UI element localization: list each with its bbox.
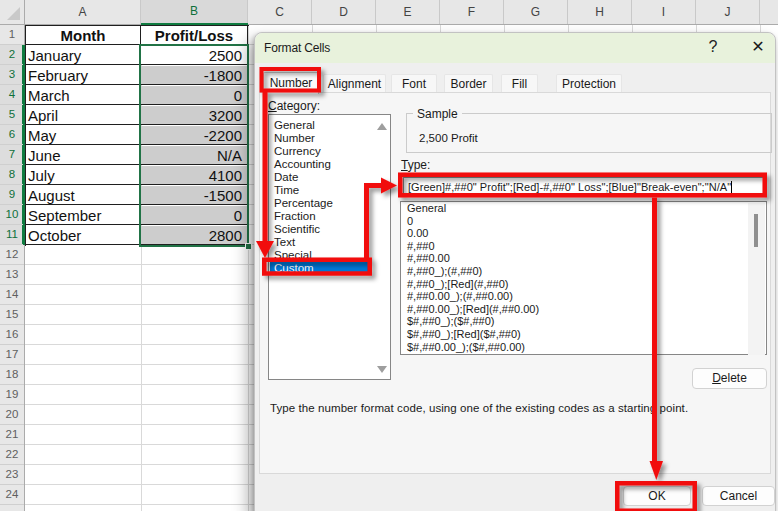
format-code-item[interactable]: $#,##0_);($#,##0) <box>402 315 742 328</box>
cell-a10[interactable]: September <box>26 206 141 225</box>
cell-a2[interactable]: January <box>26 46 141 65</box>
row-header-1[interactable]: 1 <box>0 25 24 45</box>
cell-b1[interactable]: Profit/Loss <box>141 26 248 45</box>
cell-a1[interactable]: Month <box>26 26 141 45</box>
tab-fill[interactable]: Fill <box>501 74 538 92</box>
row-header-18[interactable]: 18 <box>0 365 24 385</box>
help-icon[interactable]: ? <box>704 33 722 63</box>
scrollbar-thumb[interactable] <box>754 214 758 247</box>
column-header-b[interactable]: B <box>141 0 248 25</box>
format-code-item[interactable]: #,##0.00_);[Red](#,##0.00) <box>402 303 742 316</box>
row-header-3[interactable]: 3 <box>0 65 24 85</box>
column-header-strip: A B C D E F G H I J <box>25 0 778 25</box>
cell-a11[interactable]: October <box>26 226 141 245</box>
select-all-corner[interactable] <box>0 0 25 25</box>
tab-protection[interactable]: Protection <box>556 74 622 92</box>
format-codes-listbox[interactable]: General 0 0.00 #,##0 #,##0.00 #,##0_);(#… <box>400 201 767 355</box>
cell-b11[interactable]: 2800 <box>141 226 248 245</box>
category-item-percentage[interactable]: Percentage <box>270 197 371 210</box>
cell-b5[interactable]: 3200 <box>141 106 248 125</box>
format-code-item[interactable]: #,##0 <box>402 240 742 253</box>
scroll-down-icon[interactable] <box>377 366 387 373</box>
row-header-23[interactable]: 23 <box>0 465 24 485</box>
row-header-11[interactable]: 11 <box>0 225 24 245</box>
close-icon[interactable]: ✕ <box>748 33 768 63</box>
cell-a7[interactable]: June <box>26 146 141 165</box>
cell-a3[interactable]: February <box>26 66 141 85</box>
row-header-19[interactable]: 19 <box>0 385 24 405</box>
row-header-16[interactable]: 16 <box>0 325 24 345</box>
scroll-up-icon[interactable] <box>377 123 387 130</box>
cell-a5[interactable]: April <box>26 106 141 125</box>
category-item-currency[interactable]: Currency <box>270 145 371 158</box>
row-header-14[interactable]: 14 <box>0 285 24 305</box>
format-code-item[interactable]: 0.00 <box>402 227 742 240</box>
type-input[interactable]: [Green]#,##0" Profit";[Red]-#,##0" Loss"… <box>403 177 765 197</box>
cell-a6[interactable]: May <box>26 126 141 145</box>
cancel-button[interactable]: Cancel <box>702 486 775 506</box>
row-header-5[interactable]: 5 <box>0 105 24 125</box>
column-header-i[interactable]: I <box>632 0 696 24</box>
category-item-general[interactable]: General <box>270 119 371 132</box>
cell-b6[interactable]: -2200 <box>141 126 248 145</box>
row-header-10[interactable]: 10 <box>0 205 24 225</box>
cell-a8[interactable]: July <box>26 166 141 185</box>
tab-font[interactable]: Font <box>391 74 437 92</box>
cell-b4[interactable]: 0 <box>141 86 248 105</box>
format-code-item[interactable]: #,##0_);(#,##0) <box>402 265 742 278</box>
row-header-9[interactable]: 9 <box>0 185 24 205</box>
format-code-item[interactable]: #,##0.00_);(#,##0.00) <box>402 290 742 303</box>
format-code-item[interactable]: General <box>402 202 742 215</box>
cell-a4[interactable]: March <box>26 86 141 105</box>
row-header-4[interactable]: 4 <box>0 85 24 105</box>
row-header-7[interactable]: 7 <box>0 145 24 165</box>
format-code-item[interactable]: #,##0.00 <box>402 252 742 265</box>
row-header-22[interactable]: 22 <box>0 445 24 465</box>
category-item-fraction[interactable]: Fraction <box>270 210 371 223</box>
row-header-24[interactable]: 24 <box>0 485 24 505</box>
tab-number[interactable]: Number <box>263 72 319 94</box>
tab-border[interactable]: Border <box>444 74 493 92</box>
category-item-date[interactable]: Date <box>270 171 371 184</box>
ok-button[interactable]: OK <box>623 486 691 506</box>
row-header-15[interactable]: 15 <box>0 305 24 325</box>
format-code-item[interactable]: $#,##0_);[Red]($#,##0) <box>402 328 742 341</box>
cell-b7[interactable]: N/A <box>141 146 248 165</box>
cell-b3[interactable]: -1800 <box>141 66 248 85</box>
column-header-c[interactable]: C <box>248 0 312 24</box>
row-header-20[interactable]: 20 <box>0 405 24 425</box>
column-header-e[interactable]: E <box>376 0 440 24</box>
category-listbox[interactable]: General Number Currency Accounting Date … <box>268 114 391 380</box>
row-header-2[interactable]: 2 <box>0 45 24 65</box>
cell-a9[interactable]: August <box>26 186 141 205</box>
row-header-21[interactable]: 21 <box>0 425 24 445</box>
format-code-item[interactable]: 0 <box>402 215 742 228</box>
column-header-j[interactable]: J <box>696 0 760 24</box>
fill-handle[interactable] <box>245 243 252 250</box>
column-header-h[interactable]: H <box>568 0 632 24</box>
row-header-17[interactable]: 17 <box>0 345 24 365</box>
cell-b9[interactable]: -1500 <box>141 186 248 205</box>
column-header-g[interactable]: G <box>504 0 568 24</box>
category-item-number[interactable]: Number <box>270 132 371 145</box>
category-item-accounting[interactable]: Accounting <box>270 158 371 171</box>
row-header-8[interactable]: 8 <box>0 165 24 185</box>
column-header-f[interactable]: F <box>440 0 504 24</box>
column-header-d[interactable]: D <box>312 0 376 24</box>
format-code-item[interactable]: #,##0_);[Red](#,##0) <box>402 278 742 291</box>
category-item-scientific[interactable]: Scientific <box>270 223 371 236</box>
format-code-item[interactable]: $#,##0.00_);($#,##0.00) <box>402 341 742 354</box>
row-header-12[interactable]: 12 <box>0 245 24 265</box>
row-header-13[interactable]: 13 <box>0 265 24 285</box>
cell-b10[interactable]: 0 <box>141 206 248 225</box>
column-header-a[interactable]: A <box>25 0 141 24</box>
tab-alignment[interactable]: Alignment <box>323 74 386 92</box>
delete-button[interactable]: Delete <box>692 368 767 389</box>
cell-b8[interactable]: 4100 <box>141 166 248 185</box>
row-header-6[interactable]: 6 <box>0 125 24 145</box>
category-item-custom[interactable]: Custom <box>270 262 371 275</box>
category-item-time[interactable]: Time <box>270 184 371 197</box>
cell-b2[interactable]: 2500 <box>141 46 248 65</box>
category-item-special[interactable]: Special <box>270 249 371 262</box>
category-item-text[interactable]: Text <box>270 236 371 249</box>
